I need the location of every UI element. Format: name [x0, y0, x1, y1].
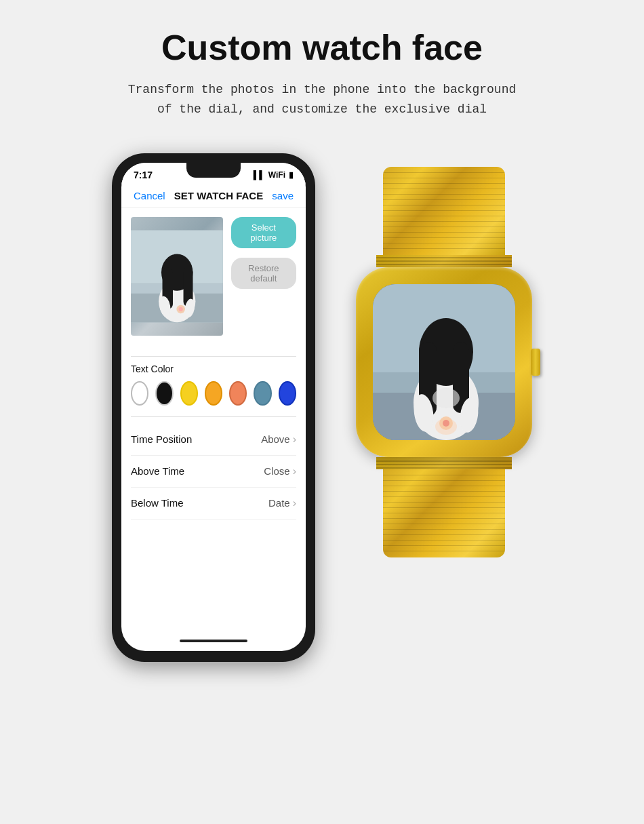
swatch-white[interactable] — [131, 381, 148, 406]
above-time-label: Above Time — [131, 465, 184, 477]
connector-detail — [376, 260, 512, 262]
swatch-orange[interactable] — [205, 381, 222, 406]
preview-person-svg — [131, 217, 223, 336]
mesh-line — [383, 172, 505, 173]
save-button[interactable]: save — [272, 190, 294, 201]
color-swatches — [131, 381, 296, 406]
swatch-black[interactable] — [155, 381, 173, 406]
band-mesh-bottom — [383, 469, 505, 557]
connector-detail — [376, 264, 512, 265]
mesh-line — [383, 216, 505, 216]
chevron-icon-3: › — [293, 497, 296, 509]
smartwatch-device — [356, 167, 532, 557]
mesh-line — [383, 248, 505, 249]
phone-home-bar — [121, 635, 306, 651]
phone-app-header: Cancel SET WATCH FACE save — [121, 184, 306, 208]
band-connector-top — [376, 255, 512, 267]
watch-screen — [373, 284, 515, 440]
chevron-icon-1: › — [293, 433, 296, 446]
mesh-line — [383, 243, 505, 243]
mesh-line — [383, 232, 505, 233]
restore-default-button[interactable]: Restore default — [231, 258, 296, 289]
below-time-row[interactable]: Below Time Date › — [131, 488, 296, 519]
band-mesh-top — [383, 167, 505, 255]
app-header-title: SET WATCH FACE — [174, 190, 263, 201]
below-time-label: Below Time — [131, 497, 184, 509]
swatch-teal[interactable] — [254, 381, 271, 406]
buttons-column: Select picture Restore default — [231, 217, 296, 289]
devices-row: 7:17 ▌▌ WiFi ▮ Cancel SET WATCH FACE sav… — [14, 153, 630, 662]
phone-content-area: Select picture Restore default Text Colo… — [121, 208, 306, 635]
time-position-row[interactable]: Time Position Above › — [131, 424, 296, 456]
below-time-value: Date › — [268, 497, 296, 509]
band-connector-bottom — [376, 457, 512, 469]
phone-device: 7:17 ▌▌ WiFi ▮ Cancel SET WATCH FACE sav… — [112, 153, 315, 662]
phone-status-icons: ▌▌ WiFi ▮ — [254, 170, 294, 180]
mesh-line — [383, 221, 505, 222]
phone-screen: 7:17 ▌▌ WiFi ▮ Cancel SET WATCH FACE sav… — [121, 163, 306, 651]
watch-body — [356, 267, 532, 457]
mesh-line — [383, 194, 505, 195]
svg-point-23 — [432, 388, 460, 408]
swatch-salmon[interactable] — [229, 381, 247, 406]
phone-clock: 7:17 — [134, 170, 153, 180]
swatch-yellow[interactable] — [180, 381, 198, 406]
mesh-line — [383, 178, 505, 178]
home-indicator — [180, 640, 247, 642]
connector-detail — [376, 464, 512, 465]
text-color-label: Text Color — [131, 364, 296, 374]
phone-notch — [186, 163, 241, 178]
watch-crown — [531, 349, 540, 376]
watch-band-top — [383, 167, 505, 255]
above-time-row[interactable]: Above Time Close › — [131, 456, 296, 488]
svg-point-10 — [179, 307, 183, 311]
page-title: Custom watch face — [161, 27, 483, 68]
select-picture-button[interactable]: Select picture — [231, 217, 296, 248]
divider-1 — [131, 356, 296, 357]
divider-2 — [131, 416, 296, 417]
chevron-icon-2: › — [293, 465, 296, 477]
mesh-line — [383, 237, 505, 238]
page-subtitle: Transform the photos in the phone into t… — [128, 80, 517, 119]
watch-person-svg — [373, 284, 515, 440]
mesh-line — [383, 227, 505, 227]
mesh-line — [383, 205, 505, 205]
connector-detail — [376, 467, 512, 469]
time-position-label: Time Position — [131, 433, 192, 445]
cancel-button[interactable]: Cancel — [134, 190, 165, 201]
watch-face-preview — [131, 217, 223, 336]
connector-detail — [376, 460, 512, 462]
above-time-value: Close › — [264, 465, 296, 477]
mesh-line — [383, 210, 505, 211]
watch-band-bottom — [383, 469, 505, 557]
mesh-line — [383, 199, 505, 200]
connector-detail — [376, 257, 512, 258]
swatch-blue[interactable] — [279, 381, 296, 406]
svg-point-22 — [443, 420, 449, 427]
preview-row: Select picture Restore default — [131, 217, 296, 345]
watch-screen-photo — [373, 284, 515, 440]
mesh-line — [383, 189, 505, 189]
time-position-value: Above › — [261, 433, 296, 446]
mesh-line — [383, 183, 505, 184]
